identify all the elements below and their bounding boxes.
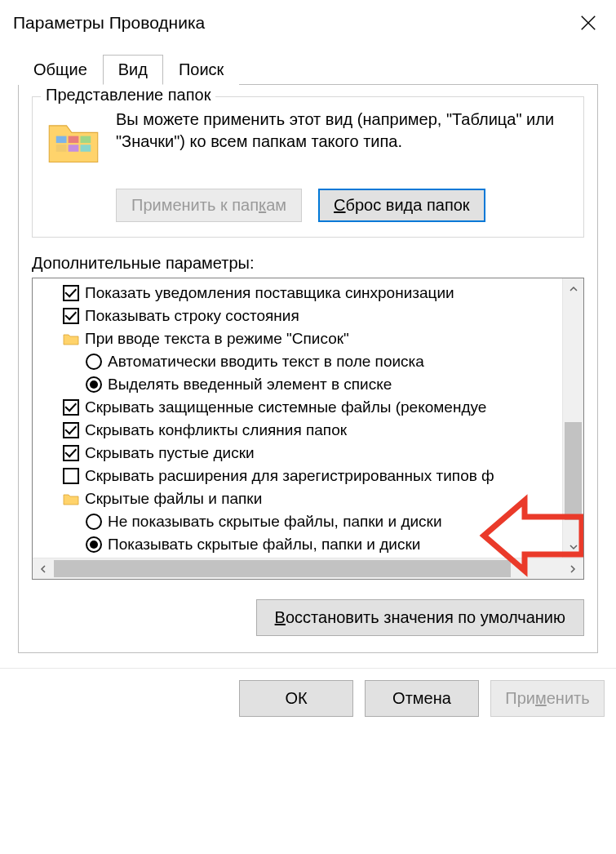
checkbox-icon: [62, 398, 80, 416]
svg-rect-4: [81, 136, 91, 144]
tab-panel-view: Представление папок Вы можете применить …: [18, 84, 598, 653]
scroll-left-icon[interactable]: [33, 558, 54, 580]
list-item-label: Скрытые файлы и папки: [85, 490, 262, 508]
list-item[interactable]: Скрывать пустые диски: [33, 442, 584, 465]
titlebar: Параметры Проводника: [0, 0, 616, 46]
list-item[interactable]: Выделять введенный элемент в списке: [33, 373, 584, 396]
radio-icon: [85, 536, 103, 554]
svg-rect-7: [81, 145, 91, 152]
list-item[interactable]: Показать уведомления поставщика синхрони…: [33, 282, 584, 305]
list-item: При вводе текста в режиме "Список": [33, 327, 584, 350]
advanced-settings-list[interactable]: Показать уведомления поставщика синхрони…: [32, 278, 584, 580]
list-item-label: Выделять введенный элемент в списке: [108, 376, 392, 394]
window-title: Параметры Проводника: [13, 13, 205, 33]
list-item: Скрытые файлы и папки: [33, 487, 584, 510]
checkbox-icon: [62, 421, 80, 439]
list-item-label: Скрывать конфликты слияния папок: [85, 421, 347, 439]
folder-views-description: Вы можете применить этот вид (например, …: [116, 109, 570, 153]
list-item-label: Показывать строку состояния: [85, 307, 299, 325]
vertical-scroll-thumb[interactable]: [565, 422, 582, 520]
radio-icon: [85, 513, 103, 531]
radio-icon: [85, 353, 103, 371]
close-button[interactable]: [572, 7, 605, 39]
list-item[interactable]: Показывать строку состояния: [33, 305, 584, 327]
list-item[interactable]: Автоматически вводить текст в поле поиск…: [33, 350, 584, 373]
list-item-label: При вводе текста в режиме "Список": [85, 330, 349, 348]
ok-button[interactable]: ОК: [239, 680, 353, 717]
close-icon: [579, 14, 597, 32]
horizontal-scroll-thumb[interactable]: [54, 560, 511, 577]
list-item-label: Скрывать защищенные системные файлы (рек…: [85, 398, 486, 416]
svg-rect-6: [69, 145, 79, 152]
folder-icon: [62, 490, 80, 508]
tab-view[interactable]: Вид: [103, 55, 163, 85]
list-item-label: Скрывать расширения для зарегистрированн…: [85, 467, 494, 485]
tab-search[interactable]: Поиск: [163, 55, 239, 85]
list-item-label: Показать уведомления поставщика синхрони…: [85, 284, 454, 302]
folder-icon: [62, 330, 80, 348]
checkbox-icon: [62, 467, 80, 485]
horizontal-scrollbar[interactable]: [33, 558, 583, 579]
vertical-scrollbar[interactable]: [562, 278, 583, 558]
scroll-down-icon[interactable]: [563, 536, 584, 558]
restore-defaults-button[interactable]: Восстановить значения по умолчанию: [256, 599, 584, 636]
list-item-label: Скрывать пустые диски: [85, 444, 255, 462]
reset-folder-views-button[interactable]: Сброс вида папок: [318, 189, 485, 222]
list-item[interactable]: Скрывать конфликты слияния папок: [33, 419, 584, 442]
radio-icon: [85, 376, 103, 394]
tabs: Общие Вид Поиск: [0, 54, 616, 84]
svg-rect-5: [56, 145, 67, 152]
tab-general[interactable]: Общие: [18, 55, 103, 85]
list-item[interactable]: Не показывать скрытые файлы, папки и дис…: [33, 510, 584, 533]
advanced-settings-label: Дополнительные параметры:: [32, 254, 584, 273]
folder-icon: [46, 113, 101, 169]
folder-views-group: Представление папок Вы можете применить …: [32, 96, 584, 238]
checkbox-icon: [62, 284, 80, 302]
apply-to-folders-button: Применить к папкам: [116, 189, 302, 222]
list-item-label: Автоматически вводить текст в поле поиск…: [108, 353, 424, 371]
list-item[interactable]: Скрывать защищенные системные файлы (рек…: [33, 396, 584, 419]
cancel-button[interactable]: Отмена: [365, 680, 479, 717]
list-item[interactable]: Показывать скрытые файлы, папки и диски: [33, 533, 584, 556]
list-item-label: Показывать скрытые файлы, папки и диски: [108, 536, 420, 554]
explorer-options-window: Параметры Проводника Общие Вид Поиск Пре…: [0, 0, 616, 728]
scroll-up-icon[interactable]: [563, 278, 584, 300]
svg-rect-2: [56, 136, 67, 144]
svg-rect-3: [69, 136, 79, 144]
apply-button: Применить: [490, 680, 605, 717]
checkbox-icon: [62, 307, 80, 325]
list-item-label: Не показывать скрытые файлы, папки и дис…: [108, 513, 442, 531]
folder-views-legend: Представление папок: [41, 86, 215, 105]
list-item[interactable]: Скрывать расширения для зарегистрированн…: [33, 465, 584, 487]
checkbox-icon: [62, 444, 80, 462]
scroll-right-icon[interactable]: [562, 558, 583, 580]
dialog-buttons: ОК Отмена Применить: [0, 668, 616, 728]
